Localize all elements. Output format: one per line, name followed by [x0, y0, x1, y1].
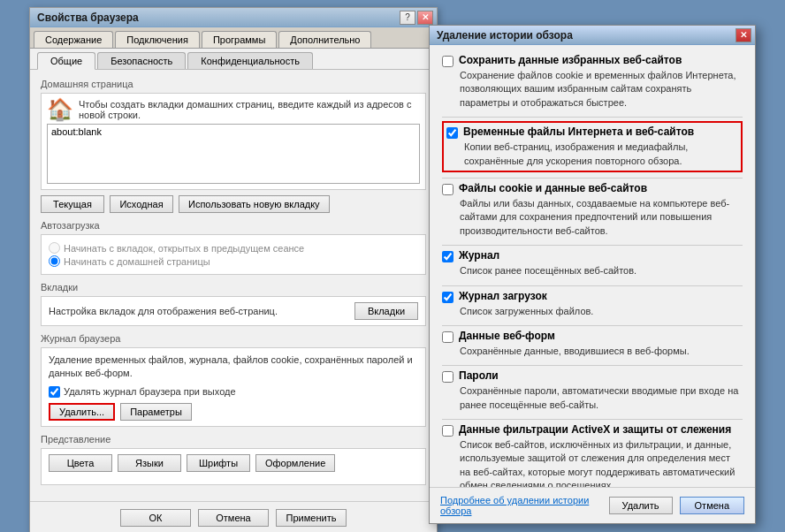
divider-3 — [442, 245, 743, 246]
tab-row-2: Общие Безопасность Конфиденциальность — [30, 49, 437, 70]
passwords-checkbox[interactable] — [442, 371, 453, 383]
downloads-checkbox[interactable] — [442, 292, 453, 303]
tempfiles-checkbox[interactable] — [446, 127, 458, 139]
theme-btn[interactable]: Оформление — [255, 454, 335, 472]
tempfiles-header: Временные файлы Интернета и веб-сайтов — [446, 125, 738, 139]
delete-history-dialog: Удаление истории обзора ✕ Сохранить данн… — [429, 25, 756, 524]
more-info-link[interactable]: Подробнее об удалении истории обзора — [440, 495, 609, 516]
autoload-radio-1[interactable] — [49, 242, 60, 254]
tabs-section-title: Вкладки — [41, 282, 426, 293]
tab-programs[interactable]: Программы — [202, 31, 277, 48]
delete-close-button[interactable]: ✕ — [735, 28, 751, 42]
ok-btn[interactable]: ОК — [120, 509, 191, 527]
new-tab-btn[interactable]: Использовать новую вкладку — [179, 195, 330, 213]
tabs-btn[interactable]: Вкладки — [354, 302, 418, 320]
tab-advanced[interactable]: Дополнительно — [278, 31, 371, 48]
delete-cancel-btn[interactable]: Отмена — [680, 497, 744, 514]
autoload-radio-2[interactable] — [49, 255, 60, 267]
tabs-desc: Настройка вкладок для отображения веб-ст… — [49, 306, 354, 316]
delete-footer-buttons: Удалить Отмена — [609, 497, 744, 514]
delete-dialog-title: Удаление истории обзора — [433, 29, 573, 42]
activex-header: Данные фильтрации ActiveX и защиты от сл… — [442, 423, 743, 437]
cancel-btn[interactable]: Отмена — [198, 509, 269, 527]
delete-confirm-btn[interactable]: Удалить — [609, 497, 673, 514]
tab-security[interactable]: Безопасность — [97, 52, 186, 69]
delete-dialog-footer: Подробнее об удалении истории обзора Уда… — [430, 487, 755, 523]
fonts-btn[interactable]: Шрифты — [187, 454, 250, 472]
browser-props-titlebar: Свойства браузера ? ✕ — [30, 8, 437, 27]
homepage-desc: 🏠 Чтобы создать вкладки домашних страниц… — [47, 99, 420, 120]
autoload-label-2: Начинать с домашней страницы — [64, 256, 210, 267]
tempfiles-title: Временные файлы Интернета и веб-сайтов — [463, 125, 694, 138]
browser-props-title: Свойства браузера — [34, 11, 139, 24]
delete-item-journal: Журнал Список ранее посещённых веб-сайто… — [442, 249, 743, 277]
home-icon: 🏠 — [47, 99, 73, 120]
journal-title: Журнал — [459, 249, 499, 262]
colors-btn[interactable]: Цвета — [49, 454, 112, 472]
delete-on-exit-label: Удалять журнал браузера при выходе — [64, 386, 236, 397]
homepage-input-wrap — [47, 124, 420, 184]
browser-properties-dialog: Свойства браузера ? ✕ Содержание Подключ… — [29, 7, 438, 532]
current-btn[interactable]: Текущая — [41, 195, 104, 213]
passwords-title: Пароли — [459, 369, 499, 382]
journal-header: Журнал — [442, 249, 743, 262]
downloads-title: Журнал загрузок — [459, 290, 547, 302]
favorites-title: Сохранить данные избранных веб-сайтов — [459, 54, 682, 66]
appearance-buttons: Цвета Языки Шрифты Оформление — [49, 454, 418, 472]
appearance-section: Цвета Языки Шрифты Оформление — [41, 448, 426, 485]
history-section-title: Журнал браузера — [41, 333, 426, 344]
languages-btn[interactable]: Языки — [118, 454, 181, 472]
delete-item-activex: Данные фильтрации ActiveX и защиты от сл… — [442, 423, 743, 487]
history-buttons: Удалить... Параметры — [49, 403, 418, 421]
divider-1 — [442, 117, 743, 118]
downloads-header: Журнал загрузок — [442, 290, 743, 303]
delete-on-exit-checkbox-row: Удалять журнал браузера при выходе — [49, 386, 418, 398]
history-desc: Удаление временных файлов, журнала, файл… — [49, 353, 418, 381]
divider-7 — [442, 419, 743, 420]
passwords-header: Пароли — [442, 369, 743, 383]
autoload-option-2: Начинать с домашней страницы — [49, 255, 418, 267]
delete-history-btn[interactable]: Удалить... — [49, 403, 115, 421]
divider-2 — [442, 178, 743, 179]
journal-desc: Список ранее посещённых веб-сайтов. — [460, 264, 743, 277]
journal-checkbox[interactable] — [442, 251, 453, 262]
cookies-title: Файлы cookie и данные веб-сайтов — [459, 182, 647, 194]
forms-checkbox[interactable] — [442, 331, 453, 343]
cookies-checkbox[interactable] — [442, 184, 453, 195]
activex-checkbox[interactable] — [442, 425, 453, 437]
homepage-input[interactable] — [47, 124, 420, 184]
delete-titlebar-buttons: ✕ — [735, 28, 751, 42]
divider-5 — [442, 325, 743, 326]
tab-connections[interactable]: Подключения — [115, 31, 200, 48]
tabs-section: Настройка вкладок для отображения веб-ст… — [41, 296, 426, 326]
titlebar-buttons: ? ✕ — [400, 11, 433, 25]
tab-general[interactable]: Общие — [37, 52, 95, 70]
forms-header: Данные веб-форм — [442, 330, 743, 343]
cookies-header: Файлы cookie и данные веб-сайтов — [442, 182, 743, 195]
tempfiles-desc: Копии веб-страниц, изображения и медиафа… — [464, 141, 738, 168]
autoload-label-1: Начинать с вкладок, открытых в предыдуще… — [64, 243, 304, 254]
params-btn[interactable]: Параметры — [120, 403, 192, 421]
divider-6 — [442, 365, 743, 366]
browser-props-footer: ОК Отмена Применить — [30, 501, 437, 532]
favorites-checkbox[interactable] — [442, 56, 453, 67]
autoload-option-1: Начинать с вкладок, открытых в предыдуще… — [49, 242, 418, 254]
divider-4 — [442, 285, 743, 286]
delete-item-favorites: Сохранить данные избранных веб-сайтов Со… — [442, 54, 743, 110]
forms-desc: Сохранённые данные, вводившиеся в веб-фо… — [460, 345, 743, 358]
apply-btn[interactable]: Применить — [276, 509, 347, 527]
delete-item-passwords: Пароли Сохранённые пароли, автоматически… — [442, 369, 743, 412]
delete-content: Сохранить данные избранных веб-сайтов Со… — [430, 45, 755, 487]
help-button[interactable]: ? — [400, 11, 415, 25]
autoload-section: Начинать с вкладок, открытых в предыдуще… — [41, 234, 426, 275]
default-btn[interactable]: Исходная — [110, 195, 173, 213]
homepage-desc-text: Чтобы создать вкладки домашних страниц, … — [79, 99, 420, 120]
close-button[interactable]: ✕ — [417, 11, 433, 25]
tab-content[interactable]: Содержание — [34, 31, 113, 48]
tab-privacy[interactable]: Конфиденциальность — [187, 52, 313, 69]
activex-title: Данные фильтрации ActiveX и защиты от сл… — [459, 423, 731, 436]
favorites-desc: Сохранение файлов cookie и временных фай… — [460, 69, 743, 110]
history-section: Удаление временных файлов, журнала, файл… — [41, 347, 426, 427]
delete-on-exit-checkbox[interactable] — [49, 386, 60, 398]
cookies-desc: Файлы или базы данных, создаваемые на ко… — [460, 197, 743, 238]
